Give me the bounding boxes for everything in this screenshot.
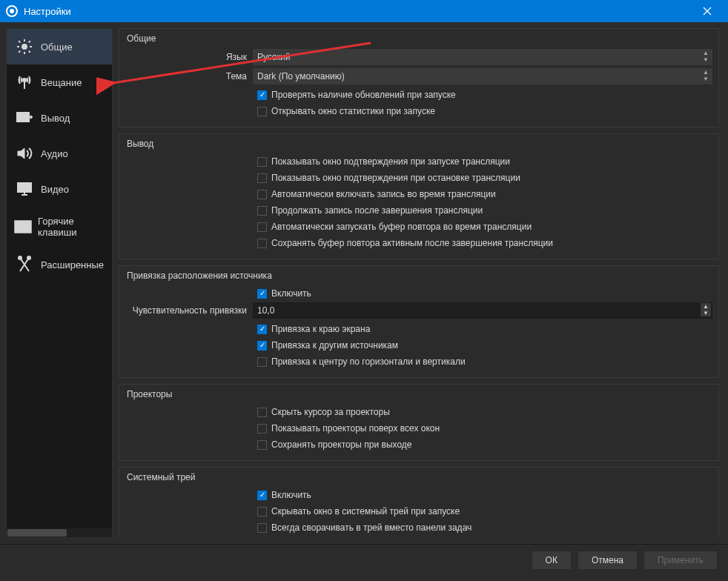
apply-button[interactable]: Применить — [643, 551, 718, 570]
checkbox-label: Показывать окно подтверждения при остано… — [271, 170, 520, 186]
app-icon — [6, 5, 18, 17]
tray-minimize-start-checkbox[interactable]: Скрывать окно в системный трей при запус… — [125, 503, 712, 519]
ok-button[interactable]: ОК — [532, 551, 572, 570]
sidebar-label: Расширенные — [41, 259, 104, 270]
sidebar-label: Вещание — [41, 77, 82, 88]
dialog-footer: ОК Отмена Применить — [0, 544, 728, 575]
output-icon — [14, 109, 35, 127]
auto-replay-checkbox[interactable]: Автоматически запускать буфер повтора во… — [125, 219, 712, 235]
check-updates-checkbox[interactable]: Проверять наличие обновлений при запуске — [125, 87, 712, 103]
group-title: Общие — [125, 33, 712, 44]
group-projectors: Проекторы Скрыть курсор за проекторы Пок… — [119, 384, 719, 461]
checkbox-label: Привязка к центру по горизонтали и верти… — [271, 353, 466, 370]
tray-enable-checkbox[interactable]: Включить — [125, 487, 712, 503]
checkbox-label: Продолжать запись после завершения транс… — [271, 202, 483, 219]
auto-record-checkbox[interactable]: Автоматически включать запись во время т… — [125, 186, 712, 202]
sidebar-label: Вывод — [41, 113, 70, 124]
proj-on-top-checkbox[interactable]: Показывать проекторы поверх всех окон — [125, 420, 712, 436]
svg-rect-4 — [17, 113, 29, 122]
gear-icon — [14, 38, 35, 56]
theme-value: Dark (По умолчанию) — [257, 71, 345, 82]
group-general: Общие Язык Русский▲▼ Тема Dark (По умолч… — [119, 28, 719, 127]
sidebar-item-advanced[interactable]: Расширенные — [7, 247, 112, 282]
group-title: Привязка расположения источника — [125, 270, 712, 281]
proj-hide-cursor-checkbox[interactable]: Скрыть курсор за проекторы — [125, 404, 712, 420]
confirm-start-checkbox[interactable]: Показывать окно подтверждения при запуск… — [125, 153, 712, 170]
checkbox-label: Проверять наличие обновлений при запуске — [271, 87, 456, 103]
sidebar-label: Видео — [41, 184, 69, 195]
close-button[interactable] — [692, 0, 722, 22]
svg-point-2 — [22, 44, 27, 49]
svg-rect-5 — [18, 183, 31, 192]
snap-enable-checkbox[interactable]: Включить — [125, 285, 712, 302]
checkbox-label: Привязка к краю экрана — [271, 321, 370, 337]
theme-label: Тема — [125, 71, 253, 82]
proj-save-checkbox[interactable]: Сохранять проекторы при выходе — [125, 436, 712, 453]
checkbox-label: Включить — [271, 487, 311, 503]
language-value: Русский — [257, 52, 291, 62]
group-title: Проекторы — [125, 389, 712, 399]
group-title: Вывод — [125, 139, 712, 149]
group-title: Системный трей — [125, 472, 712, 482]
sidebar-item-video[interactable]: Видео — [7, 171, 112, 207]
sidebar-item-stream[interactable]: Вещание — [7, 64, 112, 100]
close-icon — [703, 7, 712, 16]
sidebar-label: Общие — [41, 42, 73, 53]
titlebar: Настройки — [0, 0, 728, 22]
spinner-buttons[interactable]: ▲▼ — [701, 303, 711, 316]
cancel-button[interactable]: Отмена — [578, 551, 638, 570]
group-snapping: Привязка расположения источника Включить… — [119, 265, 719, 378]
checkbox-label: Включить — [271, 285, 311, 302]
checkbox-label: Автоматически запускать буфер повтора во… — [271, 219, 532, 235]
svg-point-17 — [27, 256, 30, 259]
checkbox-label: Сохранять буфер повтора активным после з… — [271, 235, 553, 251]
checkbox-label: Показывать проекторы поверх всех окон — [271, 420, 440, 436]
antenna-icon — [14, 73, 35, 91]
checkbox-label: Сохранять проекторы при выходе — [271, 436, 412, 453]
sidebar-item-output[interactable]: Вывод — [7, 100, 112, 136]
language-label: Язык — [125, 52, 253, 62]
sidebar: Общие Вещание Вывод Аудио Видео — [6, 28, 113, 538]
keep-record-checkbox[interactable]: Продолжать запись после завершения транс… — [125, 202, 712, 219]
sidebar-item-audio[interactable]: Аудио — [7, 136, 112, 171]
sidebar-scrollbar[interactable] — [7, 528, 112, 537]
checkbox-label: Скрыть курсор за проекторы — [271, 404, 390, 420]
snap-edge-checkbox[interactable]: Привязка к краю экрана — [125, 321, 712, 337]
language-combo[interactable]: Русский▲▼ — [253, 49, 712, 65]
snap-center-checkbox[interactable]: Привязка к центру по горизонтали и верти… — [125, 353, 712, 370]
checkbox-label: Автоматически включать запись во время т… — [271, 186, 496, 202]
window-title: Настройки — [24, 6, 692, 17]
checkbox-label: Открывать окно статистики при запуске — [271, 103, 435, 119]
sidebar-item-hotkeys[interactable]: Горячие клавиши — [7, 207, 112, 247]
tray-always-minimize-checkbox[interactable]: Всегда сворачивать в трей вместо панели … — [125, 519, 712, 536]
combo-spinner[interactable]: ▲▼ — [701, 69, 711, 82]
tools-icon — [14, 256, 35, 273]
checkbox-label: Показывать окно подтверждения при запуск… — [271, 153, 510, 170]
confirm-stop-checkbox[interactable]: Показывать окно подтверждения при остано… — [125, 170, 712, 186]
snap-sources-checkbox[interactable]: Привязка к другим источникам — [125, 337, 712, 353]
svg-point-3 — [23, 79, 26, 82]
checkbox-label: Всегда сворачивать в трей вместо панели … — [271, 519, 471, 536]
theme-combo[interactable]: Dark (По умолчанию)▲▼ — [253, 68, 712, 84]
checkbox-label: Привязка к другим источникам — [271, 337, 398, 353]
speaker-icon — [14, 145, 35, 162]
settings-content[interactable]: Общие Язык Русский▲▼ Тема Dark (По умолч… — [119, 28, 722, 538]
group-systray: Системный трей Включить Скрывать окно в … — [119, 467, 719, 538]
combo-spinner[interactable]: ▲▼ — [701, 50, 711, 63]
sidebar-item-general[interactable]: Общие — [7, 29, 112, 64]
sidebar-label: Аудио — [41, 148, 68, 159]
keyboard-icon — [14, 218, 32, 236]
group-output: Вывод Показывать окно подтверждения при … — [119, 133, 719, 259]
keep-replay-checkbox[interactable]: Сохранять буфер повтора активным после з… — [125, 235, 712, 251]
svg-point-16 — [19, 256, 21, 259]
snap-sensitivity-input[interactable]: 10,0▲▼ — [253, 302, 712, 319]
monitor-icon — [14, 180, 35, 198]
open-stats-checkbox[interactable]: Открывать окно статистики при запуске — [125, 103, 712, 119]
sidebar-label: Горячие клавиши — [38, 216, 105, 238]
checkbox-label: Скрывать окно в системный трей при запус… — [271, 503, 460, 519]
snap-sensitivity-label: Чувствительность привязки — [125, 305, 253, 316]
spin-value: 10,0 — [257, 305, 274, 316]
